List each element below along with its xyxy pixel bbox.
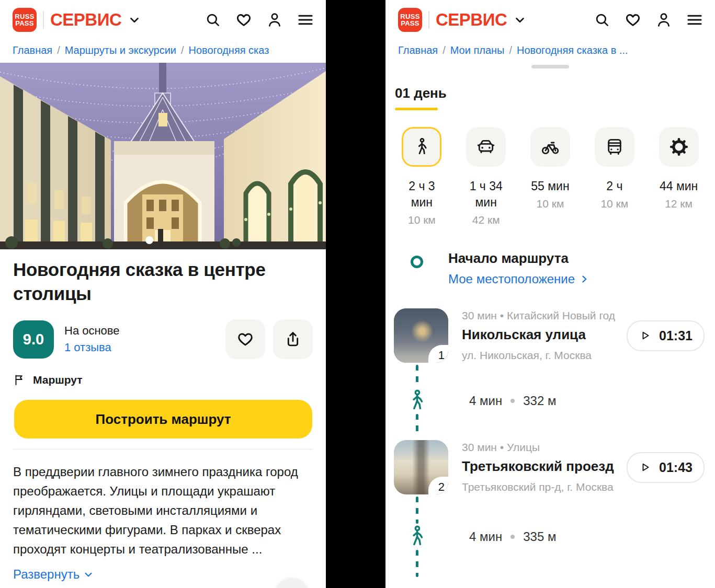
- logo-line2: PASS: [15, 20, 34, 27]
- car-distance: 42 км: [472, 214, 500, 226]
- screens-divider: [326, 0, 385, 588]
- walk-segment-2-distance: 335 м: [523, 529, 556, 544]
- rating-basis-text: На основе: [64, 322, 120, 339]
- page-title: Новогодняя сказка в центре столицы: [13, 258, 311, 306]
- breadcrumb-my-plans[interactable]: Мои планы: [450, 44, 505, 56]
- stop-2-thumbnail: 2: [394, 440, 448, 494]
- dashed-line: [416, 550, 418, 577]
- hero-image[interactable]: [0, 63, 326, 249]
- reviews-link[interactable]: 1 отзыва: [64, 339, 120, 356]
- my-location-label: Мое местоположение: [448, 272, 575, 286]
- russpass-logo: RUSS PASS: [398, 8, 422, 32]
- heart-icon: [236, 330, 255, 349]
- person-icon: [266, 11, 283, 29]
- search-button[interactable]: [593, 11, 611, 29]
- menu-button[interactable]: [297, 11, 314, 29]
- transport-option-car[interactable]: 1 ч 34 мин 42 км: [454, 127, 518, 226]
- my-location-link[interactable]: Мое местоположение: [448, 272, 589, 286]
- audio-play-button-1[interactable]: 01:31: [627, 320, 705, 351]
- bike-distance: 10 км: [537, 198, 564, 210]
- search-icon: [594, 11, 610, 28]
- logo-line2: PASS: [401, 20, 419, 27]
- route-detail-screen: RUSS PASS СЕРВИС: [0, 0, 326, 588]
- stop-1-meta: 30 мин • Китайский Новый год: [462, 309, 615, 322]
- brand-name: СЕРВИС: [436, 10, 507, 30]
- breadcrumb-current: Новогодняя сказ: [189, 44, 269, 56]
- walk-segment-1: 4 мин 332 м: [385, 365, 715, 437]
- profile-button[interactable]: [655, 11, 673, 29]
- stop-card-2[interactable]: 2 30 мин • Улицы Третьяковский проезд Тр…: [394, 440, 705, 494]
- bus-tile: [595, 127, 634, 167]
- transport-option-walk[interactable]: 2 ч 3 мин 10 км: [390, 127, 454, 226]
- transport-option-bike[interactable]: 55 мин 10 км: [518, 127, 583, 226]
- transport-option-settings[interactable]: 44 мин 12 км: [646, 127, 711, 226]
- russpass-brand[interactable]: RUSS PASS СЕРВИС: [398, 8, 527, 32]
- bus-icon: [604, 136, 625, 157]
- header-left: RUSS PASS СЕРВИС: [0, 0, 326, 39]
- walk-segment-1-info: 4 мин 332 м: [469, 394, 556, 408]
- walk-icon: [411, 136, 432, 157]
- chevron-down-icon[interactable]: [513, 13, 527, 27]
- breadcrumb-separator: /: [509, 44, 512, 56]
- menu-button[interactable]: [686, 11, 703, 29]
- chevron-down-icon: [83, 569, 94, 580]
- tab-day-1-label: 01 день: [395, 85, 447, 101]
- breadcrumb-home[interactable]: Главная: [398, 44, 438, 56]
- logo-line1: RUSS: [15, 13, 34, 20]
- flag-icon: [13, 374, 26, 386]
- share-route-button[interactable]: [273, 319, 313, 359]
- breadcrumb-separator: /: [442, 44, 446, 56]
- russpass-brand[interactable]: RUSS PASS СЕРВИС: [13, 8, 141, 32]
- header-right: RUSS PASS СЕРВИС: [385, 0, 715, 39]
- breadcrumb-current: Новогодняя сказка в ...: [517, 44, 628, 56]
- sheet-drag-handle[interactable]: [531, 65, 569, 68]
- route-start-marker: [411, 256, 423, 268]
- tab-active-indicator: [395, 108, 438, 110]
- favorites-button[interactable]: [235, 11, 253, 29]
- floating-action-button[interactable]: [276, 578, 308, 588]
- walk-segment-2-time: 4 мин: [469, 529, 502, 544]
- walk-segment-1-rail: [385, 365, 448, 437]
- search-button[interactable]: [204, 11, 222, 29]
- stop-2-address: Третьяковский пр-д, г. Москва: [462, 481, 614, 493]
- bus-time: 2 ч: [606, 178, 622, 194]
- breadcrumb-home[interactable]: Главная: [13, 44, 52, 56]
- play-icon: [639, 329, 651, 342]
- hero-image-illustration: [0, 63, 326, 249]
- rating-badge: 9.0: [13, 320, 54, 359]
- stop-card-1[interactable]: 1 30 мин • Китайский Новый год Никольска…: [394, 308, 705, 363]
- transport-option-bus[interactable]: 2 ч 10 км: [582, 127, 646, 226]
- brand-divider: [43, 11, 44, 29]
- walk-tile-selected: [402, 127, 441, 167]
- build-route-button[interactable]: Построить маршрут: [14, 400, 312, 439]
- chevron-right-icon: [579, 274, 589, 284]
- brand-divider: [428, 11, 429, 29]
- bike-tile: [530, 127, 570, 167]
- dashed-line: [416, 365, 418, 388]
- route-type-row: Маршрут: [13, 374, 313, 386]
- walk-segment-2-rail: [385, 497, 448, 577]
- walk-segment-2: 4 мин 335 м: [385, 497, 715, 577]
- rating-basis: На основе 1 отзыва: [64, 322, 120, 356]
- breadcrumb-routes[interactable]: Маршруты и экскурсии: [65, 44, 176, 56]
- breadcrumb: Главная / Мои планы / Новогодняя сказка …: [385, 44, 715, 56]
- route-plan-screen: RUSS PASS СЕРВИС: [385, 0, 715, 588]
- expand-description-link[interactable]: Развернуть: [13, 567, 94, 582]
- favorite-route-button[interactable]: [225, 319, 265, 359]
- stop-1-address: ул. Никольская, г. Москва: [462, 349, 615, 362]
- person-icon: [655, 11, 673, 29]
- timeline-rail: [385, 250, 448, 268]
- search-icon: [205, 11, 221, 28]
- dashed-line: [416, 497, 418, 524]
- profile-button[interactable]: [266, 11, 283, 29]
- stop-1-body: 30 мин • Китайский Новый год Никольская …: [462, 308, 615, 362]
- tab-day-1[interactable]: 01 день: [395, 85, 447, 110]
- rating-row: 9.0 На основе 1 отзыва: [13, 319, 313, 359]
- audio-play-button-2[interactable]: 01:43: [627, 452, 705, 483]
- dot-separator: [510, 399, 515, 403]
- stop-1-thumbnail: 1: [394, 308, 448, 363]
- dashed-line: [416, 414, 418, 437]
- favorites-button[interactable]: [624, 11, 642, 29]
- chevron-down-icon[interactable]: [128, 13, 141, 27]
- header-icons-right: [593, 11, 703, 29]
